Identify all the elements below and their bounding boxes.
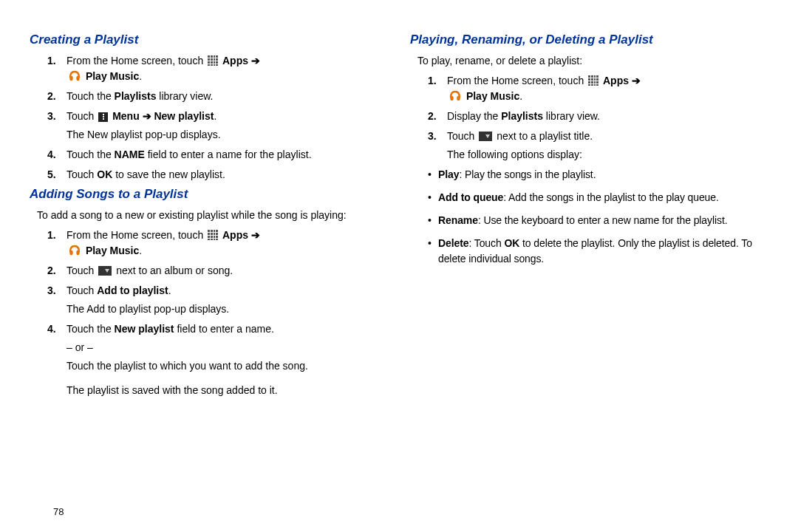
options-bullets: Play: Play the songs in the playlist. Ad… <box>428 167 776 267</box>
svg-point-0 <box>69 76 72 81</box>
bold-text: New playlist <box>115 323 174 335</box>
manual-page: Creating a Playlist 1. From the Home scr… <box>0 0 798 532</box>
step-text: next to an album or song. <box>116 265 233 276</box>
step-text: . <box>139 70 142 82</box>
apps-grid-icon <box>588 75 598 86</box>
step-item: 2. Touch the Playlists library view. <box>47 89 395 104</box>
step-number: 3. <box>47 109 56 124</box>
step-number: 3. <box>428 129 437 144</box>
step-text: library view. <box>543 110 600 122</box>
step-subtext: – or – <box>66 340 395 355</box>
prd-steps: 1. From the Home screen, touch Apps ➔ Pl… <box>428 73 776 163</box>
apps-grid-icon <box>208 230 218 240</box>
dropdown-triangle-icon <box>98 266 112 276</box>
step-text: . <box>519 90 522 102</box>
step-item: 1. From the Home screen, touch Apps ➔ Pl… <box>47 53 395 84</box>
step-number: 2. <box>428 109 437 124</box>
bold-text: Menu ➔ New playlist <box>112 110 214 122</box>
bullet-bold: Rename <box>438 214 478 226</box>
step-number: 3. <box>47 283 56 299</box>
bold-text: Playlists <box>115 90 157 102</box>
step-text: Touch the <box>66 149 115 160</box>
page-number: 78 <box>53 506 64 517</box>
step-text: Touch <box>66 284 97 296</box>
svg-point-2 <box>69 250 72 255</box>
step-item: 1. From the Home screen, touch Apps ➔ Pl… <box>47 228 395 259</box>
svg-point-5 <box>457 96 460 100</box>
step-number: 4. <box>47 321 56 337</box>
step-subtext: The following options display: <box>447 147 776 163</box>
headphones-icon <box>68 70 81 82</box>
bullet-text: : Use the keyboard to enter a new name f… <box>478 214 728 226</box>
bold-text: Playlists <box>501 110 543 122</box>
bullet-text: : Touch <box>468 237 504 249</box>
heading-creating-playlist: Creating a Playlist <box>30 33 395 47</box>
step-number: 4. <box>47 147 56 163</box>
apps-label: Apps <box>603 75 629 86</box>
step-text: From the Home screen, touch <box>66 229 206 241</box>
step-number: 1. <box>428 73 437 89</box>
bold-text: Add to playlist <box>97 284 168 296</box>
bullet-item: Add to queue: Add the songs in the playl… <box>428 190 776 205</box>
step-item: 3. Touch Menu ➔ New playlist. The New pl… <box>47 109 395 143</box>
step-item: 5. Touch OK to save the new playlist. <box>47 167 395 183</box>
step-number: 2. <box>47 89 56 104</box>
step-text: Touch the <box>66 90 115 102</box>
step-text: field to enter a name. <box>174 323 274 335</box>
bullet-bold: OK <box>504 237 519 249</box>
step-number: 1. <box>47 228 56 243</box>
step-text: . <box>214 110 216 122</box>
bold-text: OK <box>97 168 112 180</box>
heading-adding-songs: Adding Songs to a Playlist <box>30 187 395 202</box>
step-number: 1. <box>47 53 56 69</box>
arrow-icon: ➔ <box>629 75 641 86</box>
step-text: field to enter a name for the playlist. <box>145 149 312 160</box>
play-music-label: Play Music <box>86 70 139 82</box>
right-column: Playing, Renaming, or Deleting a Playlis… <box>410 30 776 517</box>
bullet-bold: Play <box>438 168 459 180</box>
step-number: 2. <box>47 263 56 279</box>
bullet-text: : Add the songs in the playlist to the p… <box>503 191 719 203</box>
step-text: Touch the <box>66 323 115 335</box>
step-text: From the Home screen, touch <box>447 75 587 86</box>
step-text: . <box>139 245 142 256</box>
step-text: Touch <box>447 130 477 142</box>
bullet-item: Rename: Use the keyboard to enter a new … <box>428 213 776 228</box>
play-music-label: Play Music <box>466 90 519 102</box>
step-text: next to a playlist title. <box>497 130 593 142</box>
step-subtext: The playlist is saved with the song adde… <box>66 383 395 398</box>
arrow-icon: ➔ <box>248 55 260 66</box>
step-subtext: The New playlist pop-up displays. <box>66 127 395 143</box>
apps-label: Apps <box>222 55 248 66</box>
svg-point-1 <box>76 76 79 81</box>
heading-playing-renaming-deleting: Playing, Renaming, or Deleting a Playlis… <box>410 33 776 47</box>
bullet-item: Play: Play the songs in the playlist. <box>428 167 776 183</box>
bullet-item: Delete: Touch OK to delete the playlist.… <box>428 236 776 267</box>
step-item: 2. Display the Playlists library view. <box>428 109 776 124</box>
menu-dots-icon <box>98 112 108 122</box>
step-item: 2. Touch next to an album or song. <box>47 263 395 279</box>
arrow-icon: ➔ <box>248 229 260 241</box>
play-music-label: Play Music <box>86 245 139 256</box>
dropdown-triangle-icon <box>479 132 492 141</box>
step-text: Touch <box>66 168 97 180</box>
bullet-bold: Add to queue <box>438 191 503 203</box>
step-number: 5. <box>47 167 56 183</box>
apps-grid-icon <box>208 55 218 66</box>
headphones-icon <box>449 90 462 102</box>
step-item: 3. Touch next to a playlist title. The f… <box>428 129 776 163</box>
adding-songs-intro: To add a song to a new or existing playl… <box>37 208 395 223</box>
step-text: Touch <box>66 265 97 276</box>
step-subtext: Touch the playlist to which you want to … <box>66 358 395 374</box>
step-subtext: The Add to playlist pop-up displays. <box>66 301 395 317</box>
step-text: From the Home screen, touch <box>66 55 206 66</box>
apps-label: Apps <box>222 229 248 241</box>
step-item: 4. Touch the New playlist field to enter… <box>47 321 395 398</box>
step-text: . <box>168 284 171 296</box>
bullet-text: : Play the songs in the playlist. <box>459 168 596 180</box>
bold-text: NAME <box>115 149 145 160</box>
svg-point-3 <box>76 250 79 255</box>
step-item: 4. Touch the NAME field to enter a name … <box>47 147 395 163</box>
bullet-bold: Delete <box>438 237 468 249</box>
step-text: Display the <box>447 110 501 122</box>
